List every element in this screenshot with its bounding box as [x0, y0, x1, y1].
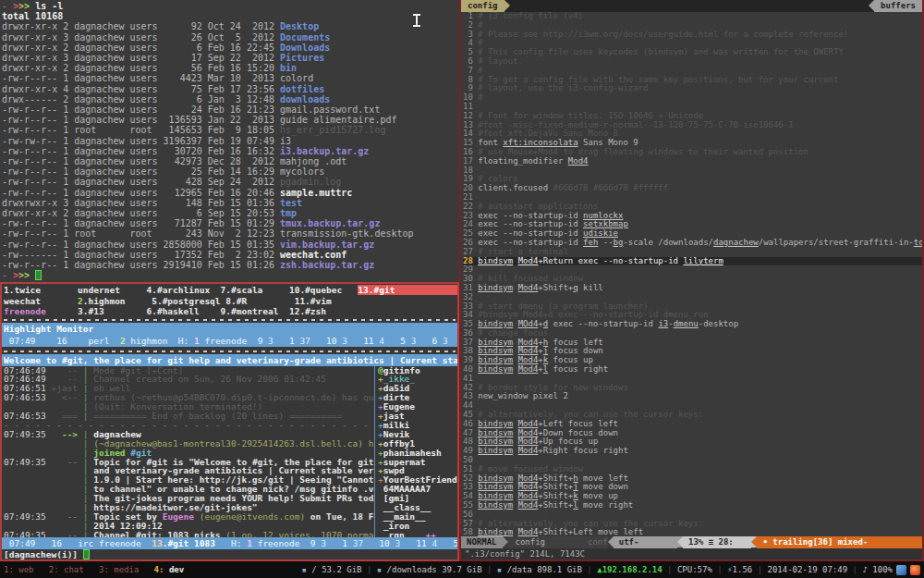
irc-window[interactable]: 1.twice undernet 4.#archlinux 7.#scala 1…	[0, 282, 459, 561]
text-line: 1 # i3 config file (v4)	[463, 12, 922, 21]
text-line: -rw-rw-r-- 1 dagnachew users 3196397 Feb…	[2, 136, 459, 146]
text-line: 9 # layout, use the i3-config-wizard	[463, 84, 922, 93]
workspace-buttons[interactable]: 1: web 2: chat 3: media 4: dev	[4, 565, 184, 574]
vim-mode-indicator: NORMAL	[461, 536, 503, 548]
vim-buffer[interactable]: 1 # i3 config file (v4) 2 # 3 # Please s…	[461, 12, 922, 536]
text-line: -rw-r--r-- 1 dagnachew users 4423 Mar 10…	[2, 73, 459, 83]
terminal-window[interactable]: - >>> ls -ltotal 10168drwxr-xr-x 2 dagna…	[0, 0, 459, 282]
text-line: [dagnachew(i)]	[4, 549, 456, 560]
text-line: drwxr-xr-x 3 dagnachew users 26 Oct 5 20…	[2, 32, 459, 43]
text-line: 1: web 2: chat 3: media 4: dev	[4, 565, 184, 574]
tray-icon-red[interactable]	[910, 565, 920, 575]
text-line: - >>>	[2, 270, 459, 280]
vim-statusline: NORMAL config conf utf-8[unix] 13% ≡ 28:…	[461, 536, 922, 548]
text-line: -rw-r--r-- 1 dagnachew users 2858000 Feb…	[2, 240, 459, 250]
text-line: 07:49 16 irc freenode 13.#git 1083 H: 1 …	[4, 537, 456, 549]
irc-status-bar: 07:49 16 irc freenode 13.#git 1083 H: 1 …	[2, 537, 457, 549]
irc-buffer-list[interactable]: 1.twice undernet 4.#archlinux 7.#scala 1…	[2, 284, 457, 317]
vim-whitespace-warning: • trailing[36] mixed-indent[196]	[757, 536, 922, 548]
vim-window[interactable]: config buffers 1 # i3 config file (v4) 2…	[459, 0, 924, 561]
text-line: weechat 2.highmon 5.#postgresql 8.#R 11.…	[4, 296, 457, 307]
text-line: 28 bindsym Mod4+Return exec --no-startup…	[463, 257, 922, 266]
vim-filename: config	[508, 536, 546, 548]
text-line: 07:49:35 -- | Channel #git: 1083 nicks (…	[4, 531, 374, 537]
text-line: drwxr-xr-x 4 dagnachew users 75 Feb 17 2…	[2, 84, 459, 94]
vim-tabline: config buffers	[461, 0, 922, 12]
text-line: 5 # This config file uses keycodes (bind…	[463, 48, 922, 57]
text-line: Welcome to #git, the place for git help …	[4, 354, 456, 366]
tiling-area: - >>> ls -ltotal 10168drwxr-xr-x 2 dagna…	[0, 0, 924, 561]
text-line: -rw-r--r-- 1 dagnachew users 42973 Dec 2…	[2, 156, 459, 166]
vim-filetype: conf	[588, 536, 608, 548]
separator	[4, 350, 456, 352]
vim-cursor-position: 13% ≡ 28: 42	[683, 536, 751, 548]
i3bar: 1: web 2: chat 3: media 4: dev ▪ / 53.2 …	[0, 561, 924, 578]
text-line: freenode 3.#13 6.#haskell 9.#montreal 12…	[4, 306, 457, 317]
text-line: drwxr-xr-x 3 dagnachew users 17 Sep 22 2…	[2, 53, 459, 63]
text-line: 6 # layout.	[463, 57, 922, 67]
nick-list[interactable]: @gitinfo+_ikke_+da5id+dirte+Eugene+jast+…	[374, 366, 457, 538]
text-line: 58 bindsym Mod4+Shift+Left move left	[463, 528, 922, 536]
text-line: 18	[463, 166, 922, 176]
text-line: ▪ / 53.2 GiB | ▪ /downloads 39.7 GiB | ▪…	[301, 565, 893, 574]
text-line: -rw-r--r-- 1 root root 243 Nov 2 12:23 t…	[2, 228, 459, 239]
text-line: total 10168	[2, 11, 459, 21]
text-line: 40 bindsym Mod4+l focus right	[463, 365, 922, 375]
text-line: 20 client.focused #666d78 #666d78 #fffff…	[463, 184, 922, 193]
tab-config[interactable]: config	[461, 0, 505, 12]
desktop: - >>> ls -ltotal 10168drwxr-xr-x 2 dagna…	[0, 0, 924, 578]
text-line: 43 new_window pixel 2	[463, 392, 922, 401]
text-line: -rw------- 1 dagnachew users 17352 Feb 2…	[2, 250, 459, 260]
text-line: _rgn ++	[378, 531, 457, 537]
text-line: drwxr-xr-x 2 dagnachew users 6 Sep 15 20…	[2, 208, 459, 218]
status-text: ▪ / 53.2 GiB | ▪ /downloads 39.7 GiB | ▪…	[301, 565, 893, 574]
text-line: 17 floating_modifier Mod4	[463, 157, 922, 166]
channel-title-bar: Welcome to #git, the place for git help …	[2, 354, 457, 366]
text-line: 10 #	[463, 93, 922, 103]
text-line: 49 bindsym Mod4+Right focus right	[463, 447, 922, 456]
text-line: -rw-r--r-- 1 dagnachew users 25 Feb 14 1…	[2, 166, 459, 177]
buffers-label: buffers	[874, 0, 922, 12]
text-line: 07:49 16 perl 2 highmon H: 1 freenode 9 …	[4, 335, 456, 347]
tabline-spacer	[510, 0, 869, 12]
text-line: -rw-r--r-- 1 dagnachew users 136593 Jan …	[2, 115, 459, 125]
left-column: - >>> ls -ltotal 10168drwxr-xr-x 2 dagna…	[0, 0, 459, 561]
text-line: 3 # Please see http://i3wm.org/docs/user…	[463, 31, 922, 40]
system-status: ▪ / 53.2 GiB | ▪ /downloads 39.7 GiB | ▪…	[301, 565, 920, 575]
text-line: -rw-r--r-- 1 dagnachew users 428 Sep 24 …	[2, 177, 459, 187]
text-line: -rw-r--r-- 1 root root 145653 Feb 9 18:0…	[2, 125, 459, 135]
text-line: 31 bindsym Mod4+Shift+q kill	[463, 284, 922, 293]
text-line: - >>> ls -l	[2, 1, 459, 11]
separator	[4, 319, 456, 321]
highlight-monitor-title-bar: Highlight Monitor	[2, 323, 457, 335]
text-line: -rw-r--r-- 1 dagnachew users 30720 Feb 1…	[2, 146, 459, 156]
text-line: 55 bindsym Mod4+Shift+l move right	[463, 501, 922, 510]
text-line: drwxrwxr-x 3 dagnachew users 148 Feb 15 …	[2, 198, 459, 208]
vim-filename-section: config conf	[508, 536, 608, 548]
text-line: 1.twice undernet 4.#archlinux 7.#scala 1…	[4, 285, 457, 296]
text-line: drwxr-xr-x 2 dagnachew users 56 Feb 16 1…	[2, 63, 459, 73]
text-line: -rw-r--r-- 1 dagnachew users 12965 Feb 1…	[2, 188, 459, 198]
vim-encoding: utf-8[unix]	[614, 536, 677, 548]
text-line: -rw-r--r-- 1 dagnachew users 71287 Feb 1…	[2, 218, 459, 228]
text-line: drwxr-xr-x 2 dagnachew users 92 Oct 24 2…	[2, 21, 459, 31]
irc-input-line[interactable]: [dagnachew(i)]	[2, 549, 457, 560]
highlight-monitor-status-bar: 07:49 16 perl 2 highmon H: 1 freenode 9 …	[2, 335, 457, 347]
chat-messages[interactable]: 07:46:49 -- | Mode #git [+Ccnt]07:46:49 …	[2, 366, 374, 538]
mouse-cursor	[416, 15, 418, 26]
text-line: Highlight Monitor	[4, 323, 456, 335]
vim-command-line[interactable]: ".i3/config" 214L, 7143C	[461, 548, 922, 560]
gap	[2, 347, 457, 349]
text-line: -rw-r--r-- 1 dagnachew users 24 Feb 16 2…	[2, 105, 459, 115]
text-line: drwxr-xr-x 2 dagnachew users 6 Feb 16 22…	[2, 43, 459, 53]
tray-icon-blue[interactable]	[896, 565, 906, 575]
text-line: -rw-r--r-- 1 dagnachew users 2919410 Feb…	[2, 260, 459, 270]
text-line: drwx------ 2 dagnachew users 6 Jan 3 12:…	[2, 94, 459, 105]
chat-area: 07:46:49 -- | Mode #git [+Ccnt]07:46:49 …	[2, 366, 457, 538]
